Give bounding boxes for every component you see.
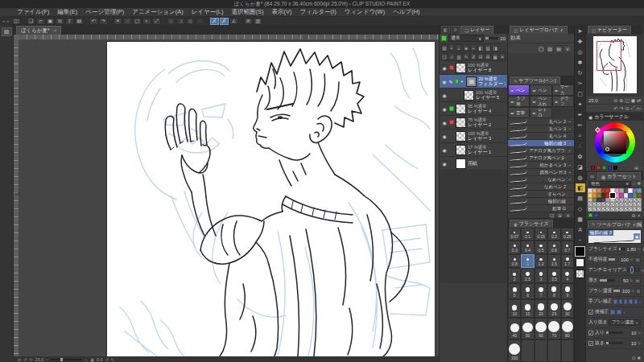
paper-thumbnail[interactable] [456,158,466,169]
print-icon[interactable]: ▤ [75,18,84,25]
scale-rotate-icon[interactable]: ⤢ [152,18,161,25]
stabilize-segment[interactable] [619,299,622,304]
brush-size-5[interactable]: 5 [508,283,521,299]
chevron-right-icon[interactable]: › [623,310,625,315]
flip-view-icon[interactable]: ⇄ [18,357,21,362]
layer-action-icon-6[interactable]: ⊞ [485,53,491,60]
layer-color-label[interactable] [449,93,454,97]
subtool-item-3[interactable]: ✒ラフ用 [508,96,530,107]
reset-tool-icon[interactable]: ⊙ [632,356,636,360]
layer-thumbnail[interactable] [456,104,466,114]
chevron-down-icon[interactable]: ∨ [641,268,644,273]
expand-caret-icon[interactable]: ▾ [460,79,464,84]
tab-color-set[interactable]: ▦カラーセット [597,172,641,180]
checkbox[interactable]: ✓ [588,341,593,346]
snap-ruler-icon[interactable]: ▨ [167,18,175,25]
layer-thumbnail[interactable] [456,117,466,128]
menu-item-4[interactable]: レイヤー(L) [188,8,228,16]
layer-command-icon-4[interactable]: ⌐ [470,44,477,51]
brush-size-6[interactable]: 6 [521,283,534,299]
eye-icon[interactable]: ◉ [441,134,448,139]
stabilize-segment[interactable] [629,299,632,304]
brush-row[interactable]: 鉛筆 G [508,205,574,212]
spinner-icon[interactable]: ◇ [638,247,640,251]
brush-row[interactable]: 輪郭の線 [508,198,574,205]
eye-icon[interactable]: ◉ [441,106,448,112]
canvas-viewport[interactable] [19,40,439,356]
tab-navigator[interactable]: ◫ナビゲーター [588,26,631,34]
brush-size-3[interactable]: 3 [535,268,547,282]
brush-size-0.7[interactable]: 0.7 [561,241,574,254]
layer-action-icon-3[interactable]: ✎ [463,53,469,60]
brush-size-0.3[interactable]: 0.3 [508,241,521,254]
brush-size-25[interactable]: 25 [547,299,560,318]
pencil-tool[interactable]: ✏ [576,121,585,130]
select-all-icon[interactable]: ▢ [133,18,142,25]
zoom-out-icon[interactable]: ⊖ [613,97,617,103]
brush-size-100[interactable]: 100 [508,339,521,362]
tab-tool-property[interactable]: ✎ツールプロパティ[輪郭の線 3] [588,220,642,228]
layer-command-icon-0[interactable]: ▧ [441,44,448,51]
edit-set-icon[interactable]: ✚ [637,181,641,186]
brush-preview[interactable]: 輪郭の線 3 ▣ [588,229,642,244]
brush-size-0.1[interactable]: 0.1 [521,228,534,241]
operation-tool[interactable]: ➤ [576,27,585,35]
chevron-right-icon[interactable]: › [639,299,641,304]
brush-size-1.7[interactable]: 1.7 [561,254,574,268]
menu-item-5[interactable]: 選択範囲(S) [227,8,267,16]
layer-row[interactable]: ◉75 %通常レイヤー 2 [440,116,507,130]
new-subtool-icon[interactable]: ❏ [548,212,555,218]
eye-icon[interactable]: ◉ [441,79,448,84]
opacity-slider[interactable] [485,37,498,39]
setting-slider[interactable] [619,248,625,250]
layer-command-icon-6[interactable]: ▥ [485,44,491,51]
layer-color-label[interactable] [449,161,454,166]
dynamics-icon[interactable]: ⊡ [634,257,641,263]
close-tab-icon[interactable]: × [54,28,57,33]
subview-icon[interactable]: ▭ [636,105,641,111]
folder-thumbnail[interactable]: ▤ [466,76,477,87]
navigator-preview[interactable] [586,34,643,97]
brush-size-0.07[interactable]: 0.07 [508,228,521,241]
undo-icon[interactable]: ↶ [89,18,98,25]
fit-screen-icon[interactable]: ▣ [90,357,94,362]
setting-slider[interactable] [606,331,623,334]
brush-size-2.5[interactable]: 2.5 [521,268,534,282]
layer-command-icon-3[interactable]: ◈ [463,44,469,51]
brush-size-8[interactable]: 8 [547,283,560,299]
menu-item-2[interactable]: ページ管理(P) [81,8,128,16]
antialias-chip-3[interactable] [638,267,639,273]
brush-row[interactable]: 輪郭の線 3▪ [508,140,574,147]
layer-search-tab-icon[interactable]: ◧ [441,26,450,34]
subtool-item-0[interactable]: ✒ペン [508,84,530,96]
antialias-chip-1[interactable] [631,267,633,273]
snap-off-icon[interactable]: □ [196,18,204,25]
brush-size-60[interactable]: 60 [535,318,547,340]
rotate-right-icon[interactable]: ↻ [111,357,114,362]
layer-comp-tab-icon[interactable]: ⊘ [451,26,460,34]
layer-thumbnail[interactable] [456,63,466,73]
layer-command-icon-7[interactable]: ◨ [492,44,498,51]
eyedropper-tool[interactable]: ✑ [576,79,585,88]
menu-item-8[interactable]: ウィンドウ(W) [341,8,389,16]
layer-action-icon-7[interactable]: ▦ [492,53,498,60]
palette-swatch[interactable] [637,207,642,212]
settings-icon[interactable]: ▥ [254,18,262,25]
spinner-icon[interactable]: ◇ [632,289,634,293]
no-snap-icon[interactable]: ⊘ [244,18,253,25]
dropdown-icon[interactable]: ∨ [564,45,572,52]
tone-icon[interactable]: ▨ [546,45,554,52]
layer-row[interactable]: ◉100 %通常レイヤー 3 [440,130,507,143]
setting-slider[interactable] [609,258,615,261]
fit-screen-icon[interactable]: ◱ [625,97,630,103]
brush-size-7[interactable]: 7 [535,283,547,299]
spinner-icon[interactable]: ◇ [630,278,633,282]
brush-size-9[interactable]: 9 [561,283,574,299]
color-history-chip[interactable] [597,166,601,170]
reset-rotation-icon[interactable]: ⊙ [625,105,629,111]
rotate-right-icon[interactable]: ↷ [619,105,623,111]
brush-row[interactable]: 絵かきペン 3▪ [508,162,574,169]
stabilize-segment[interactable] [624,299,627,304]
navigator-view-rect[interactable] [597,41,621,71]
brush-size-2[interactable]: 2 [508,268,521,282]
